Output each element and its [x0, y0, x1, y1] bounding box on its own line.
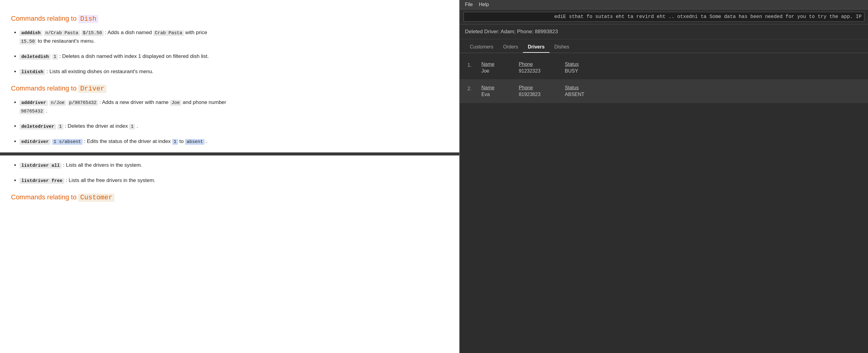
- list-item: listdriver free : Lists all the free dri…: [20, 176, 448, 185]
- menu-help[interactable]: Help: [479, 2, 489, 7]
- deletedish-desc: : Deletes a dish named with index 1 disp…: [59, 53, 209, 59]
- driver-section-2: listdriver all : Lists all the drivers i…: [11, 161, 448, 185]
- driver-phone-label-1: Phone: [519, 62, 540, 67]
- driver-phone-value-1: 91232323: [519, 68, 540, 74]
- driver-status-label-2: Status: [565, 85, 584, 91]
- drivers-list: 1. Name Joe Phone 91232323 Status BUSY 2…: [460, 53, 868, 353]
- adddish-arg1: n/Crab Pasta: [44, 30, 80, 36]
- deletedriver-arg: 1: [58, 124, 63, 129]
- customer-keyword: Customer: [78, 194, 114, 202]
- adddriver-desc2: and phone number: [183, 99, 226, 105]
- list-item: deletedish 1 : Deletes a dish named with…: [20, 52, 448, 61]
- adddish-cmd: adddish: [20, 30, 42, 36]
- deletedish-cmd: deletedish: [20, 54, 51, 60]
- driver-index-1: 1.: [467, 62, 478, 68]
- listdriverfree-desc: : Lists all the free drivers in the syst…: [66, 177, 155, 183]
- tab-dishes[interactable]: Dishes: [550, 42, 574, 53]
- driver-commands-2: listdriver all : Lists all the drivers i…: [11, 161, 448, 185]
- result-area: Deleted Driver: Adam; Phone: 88993823: [460, 24, 868, 39]
- adddriver-phone-val: 98765432: [20, 109, 44, 114]
- adddish-val1: Crab Pasta: [153, 30, 184, 36]
- list-item: deletedriver 1 : Deletes the driver at i…: [20, 122, 448, 130]
- dish-commands: adddish n/Crab Pasta $/15.50 : Adds a di…: [11, 28, 448, 76]
- listdriverall-cmd: listdriver all: [20, 163, 62, 169]
- editdriver-period: .: [206, 138, 208, 144]
- driver-row: 2. Name Eva Phone 81923823 Status ABSENT: [460, 80, 868, 103]
- driver-phone-label-2: Phone: [519, 85, 540, 91]
- menu-bar: File Help: [460, 0, 868, 9]
- deletedriver-cmd: deletedriver: [20, 124, 56, 129]
- editdriver-index: 1: [172, 139, 178, 145]
- driver-status-label-1: Status: [565, 62, 579, 67]
- adddriver-desc1: : Adds a new driver with name: [99, 99, 170, 105]
- driver-heading: Commands relating to Driver: [11, 84, 448, 93]
- adddish-desc1: : Adds a dish named: [105, 30, 153, 35]
- adddriver-val: Joe: [170, 100, 181, 106]
- editdriver-desc1: : Edits the status of the driver at inde…: [84, 138, 172, 144]
- tab-orders[interactable]: Orders: [498, 42, 523, 53]
- driver-status-value-1: BUSY: [565, 68, 579, 74]
- driver-name-label-2: Name: [481, 85, 494, 91]
- adddish-arg2: $/15.50: [82, 30, 104, 36]
- adddriver-arg1: n/Joe: [50, 100, 66, 106]
- deletedriver-desc1: : Deletes the driver at index: [65, 123, 129, 129]
- listdish-cmd: listdish: [20, 69, 45, 75]
- list-item: listdriver all : Lists all the drivers i…: [20, 161, 448, 170]
- driver-heading-prefix: Commands relating to: [11, 84, 78, 92]
- deletedish-arg: 1: [52, 54, 58, 60]
- adddriver-cmd: adddriver: [20, 100, 48, 106]
- tab-customers[interactable]: Customers: [465, 42, 498, 53]
- dish-keyword: Dish: [78, 15, 98, 23]
- driver-commands: adddriver n/Joe p/98765432 : Adds a new …: [11, 98, 448, 146]
- menu-file[interactable]: File: [465, 2, 473, 7]
- driver-info-1: Name Joe Phone 91232323 Status BUSY: [481, 62, 861, 74]
- driver-name-value-1: Joe: [481, 68, 494, 74]
- editdriver-to: to: [179, 138, 185, 144]
- listdriverall-desc: : Lists all the drivers in the system.: [63, 162, 142, 168]
- adddish-desc3: to the restaurant's menu.: [38, 38, 95, 44]
- driver-section: Commands relating to Driver adddriver n/…: [11, 84, 448, 146]
- listdish-desc: : Lists all existing dishes on restauran…: [46, 68, 154, 75]
- driver-row: 1. Name Joe Phone 91232323 Status BUSY: [460, 56, 868, 80]
- driver-col-phone-2: Phone 81923823: [519, 85, 540, 97]
- driver-col-name-1: Name Joe: [481, 62, 494, 74]
- adddish-price: 15.50: [20, 39, 36, 45]
- command-input-area: [460, 9, 868, 24]
- left-panel: Commands relating to Dish adddish n/Crab…: [0, 0, 460, 353]
- editdriver-cmd: editdriver: [20, 139, 51, 145]
- list-item: adddish n/Crab Pasta $/15.50 : Adds a di…: [20, 28, 448, 46]
- driver-info-2: Name Eva Phone 81923823 Status ABSENT: [481, 85, 861, 97]
- driver-index-2: 2.: [467, 85, 478, 92]
- right-panel: File Help Deleted Driver: Adam; Phone: 8…: [460, 0, 868, 353]
- list-item: adddriver n/Joe p/98765432 : Adds a new …: [20, 98, 448, 115]
- driver-phone-value-2: 81923823: [519, 92, 540, 97]
- dish-section: Commands relating to Dish adddish n/Crab…: [11, 14, 448, 76]
- driver-status-value-2: ABSENT: [565, 92, 584, 97]
- adddriver-arg2: p/98765432: [68, 100, 98, 106]
- deletedriver-desc2: .: [136, 123, 138, 129]
- driver-col-phone-1: Phone 91232323: [519, 62, 540, 74]
- tabs-bar: Customers Orders Drivers Dishes: [460, 39, 868, 53]
- command-input[interactable]: [464, 12, 864, 22]
- tab-drivers[interactable]: Drivers: [523, 42, 550, 53]
- deletedriver-index: 1: [129, 124, 135, 129]
- customer-heading: Commands relating to Customer: [11, 193, 448, 202]
- driver-name-value-2: Eva: [481, 92, 494, 97]
- editdriver-arg1: 1 s/absent: [52, 139, 83, 145]
- adddriver-phone: 98765432 .: [20, 108, 47, 114]
- result-text: Deleted Driver: Adam; Phone: 88993823: [465, 29, 558, 34]
- list-item: editdriver 1 s/absent : Edits the status…: [20, 137, 448, 146]
- dish-heading-prefix: Commands relating to: [11, 14, 78, 22]
- customer-heading-prefix: Commands relating to: [11, 193, 78, 201]
- driver-col-status-2: Status ABSENT: [565, 85, 584, 97]
- driver-col-status-1: Status BUSY: [565, 62, 579, 74]
- driver-name-label-1: Name: [481, 62, 494, 67]
- dish-heading: Commands relating to Dish: [11, 14, 448, 23]
- editdriver-val: absent: [185, 139, 205, 145]
- driver-col-name-2: Name Eva: [481, 85, 494, 97]
- section-divider: [0, 152, 459, 155]
- listdriverfree-cmd: listdriver free: [20, 178, 64, 184]
- customer-section: Commands relating to Customer: [11, 193, 448, 202]
- list-item: listdish : Lists all existing dishes on …: [20, 67, 448, 76]
- driver-keyword: Driver: [78, 85, 106, 93]
